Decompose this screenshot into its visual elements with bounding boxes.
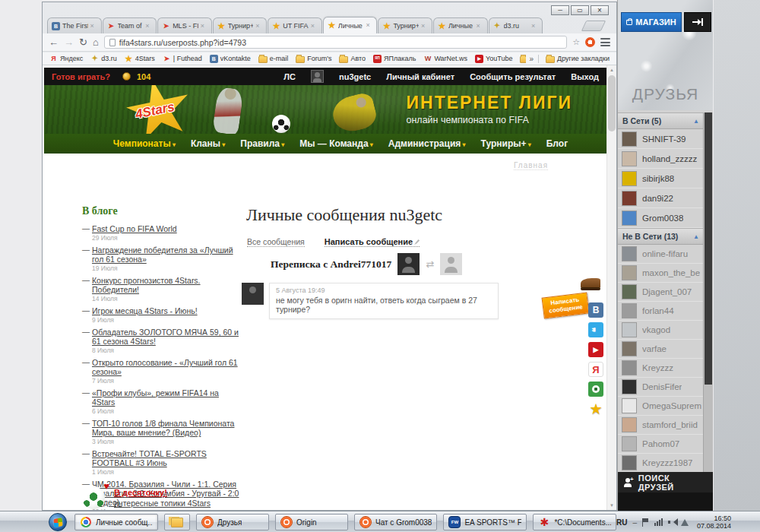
start-button[interactable] [49,513,67,531]
scroll-up-icon[interactable]: ▲ [607,65,616,74]
friend-row[interactable]: holland_zzzzz [618,149,704,169]
bookmark-item[interactable]: Яндекс [47,55,85,63]
logout-link[interactable]: Выход [571,72,599,81]
report-result-link[interactable]: Сообщить результат [470,72,556,81]
browser-tab[interactable]: The First [47,17,102,33]
drive-icon[interactable] [681,519,689,526]
tab-close-icon[interactable] [477,23,483,30]
browser-tab[interactable]: UT FIFA V [268,17,322,33]
friend-row[interactable]: SHNIFT-39 [618,129,704,149]
friend-row[interactable]: Kreyzzz1987 [618,454,704,473]
browser-tab[interactable]: Турнир+ [378,17,432,33]
blog-post-item[interactable]: Награждение победителя за «Лучший гол 61… [82,245,240,272]
scrollbar-thumb[interactable] [608,75,616,131]
bookmark-item[interactable]: ЯПлакаль [371,55,418,63]
blog-post-link[interactable]: Открыто голосование - «Лучший гол 61 сез… [92,358,240,376]
bookmark-item[interactable]: d3.ru [88,55,119,63]
browser-tab[interactable]: MLS - FIF [157,17,212,33]
social-icon[interactable] [588,362,603,377]
blog-post-link[interactable]: Fast Cup по FIFA World [92,224,240,233]
find-friends-button[interactable]: + ПОИСК ДРУЗЕЙ [618,472,713,492]
friend-row[interactable]: OmegaSuprem [618,397,704,416]
friend-row[interactable]: sibirjk88 [618,169,704,188]
friend-row[interactable]: dan9i22 [618,188,704,208]
browser-tab[interactable]: Личные с [433,17,488,33]
social-icon[interactable] [588,322,603,337]
social-icon[interactable] [588,302,603,318]
friend-row[interactable]: vkagod [618,321,704,340]
tab-close-icon[interactable] [366,22,372,29]
friends-scrollbar-thumb[interactable] [705,112,712,385]
new-tab-button[interactable] [581,21,606,31]
blog-post-link[interactable]: Встречайте! TOTAL E-SPORTS FOOTBALL #3 И… [92,449,240,467]
browser-tab[interactable]: Личные с [323,17,378,33]
bookmark-item[interactable]: YouTube [473,55,515,63]
exit-button[interactable] [684,12,711,32]
bookmark-item[interactable]: e-mail [256,55,291,63]
tab-close-icon[interactable] [421,23,428,30]
bookmark-item[interactable]: Строительство [518,55,526,63]
taskbar-button[interactable]: Origin [275,514,348,530]
taskbar-button[interactable]: Личные сообщ... [74,514,158,530]
taskbar-button[interactable]: EA SPORTS™ FI... [443,514,527,530]
social-icon[interactable] [588,401,603,416]
blog-post-link[interactable]: «Профи клубы», режим FIFA14 на 4Stars [92,388,240,407]
bookmark-star-icon[interactable]: ☆ [572,37,580,47]
action-center-flag-icon[interactable] [642,518,649,527]
blog-post-link[interactable]: Награждение победителя за «Лучший гол 61… [92,245,240,264]
browser-tab[interactable]: d3.ru [489,17,543,33]
blog-post-link[interactable]: Игрок месяца 4Stars - Июнь! [92,306,240,315]
tab-close-icon[interactable] [531,23,538,30]
offline-section-header[interactable]: Не В Сети (13) ▲ [618,228,704,245]
friend-row[interactable]: Pahom07 [618,435,704,454]
home-icon[interactable]: ⌂ [93,37,99,47]
back-icon[interactable]: ← [49,37,59,47]
friend-row[interactable]: stamford_briid [618,416,704,435]
tab-close-icon[interactable] [201,23,207,30]
write-message-link[interactable]: Написать сообщение [325,237,420,247]
friend-row[interactable]: maxon_the_be [618,264,704,283]
blog-post-item[interactable]: Встречайте! TOTAL E-SPORTS FOOTBALL #3 И… [82,449,240,476]
site-nav-item[interactable]: Правила [240,138,284,149]
site-nav-item[interactable]: Кланы [191,138,225,149]
reload-icon[interactable]: ↻ [79,37,87,47]
browser-scrollbar[interactable]: ▲ ▼ [606,65,616,510]
browser-tab[interactable]: Турнир+ [213,17,268,33]
volume-icon[interactable] [668,518,676,526]
minimize-icon[interactable] [551,5,569,15]
blog-post-item[interactable]: «Профи клубы», режим FIFA14 на 4Stars 6 … [82,388,240,415]
bookmark-item[interactable]: vKontakte [207,55,253,63]
taskbar-button[interactable]: Друзья [196,514,269,530]
blog-post-item[interactable]: Fast Cup по FIFA World 29 Июля [82,224,240,242]
friends-scrollbar[interactable] [703,112,713,472]
friend-row[interactable]: online-fifaru [618,245,704,264]
write-message-ribbon[interactable]: Написать сообщение [542,292,590,318]
other-bookmarks[interactable]: Другие закладки [543,55,612,63]
site-nav-item[interactable]: Мы — Команда [299,138,373,149]
bookmark-item[interactable]: Авто [337,55,368,63]
user-avatar[interactable] [311,70,324,83]
username-link[interactable]: nu3getc [339,72,371,81]
menu-icon[interactable] [600,38,610,46]
online-section-header[interactable]: В Сети (5) ▲ [618,112,704,129]
scroll-down-icon[interactable]: ▼ [607,501,616,510]
language-indicator[interactable]: RU [616,518,627,527]
all-messages-link[interactable]: Все сообщения [247,237,305,247]
boot-icon[interactable] [581,278,600,288]
friend-row[interactable]: Djagent_007 [618,283,704,302]
blog-post-item[interactable]: ТОП-10 голов 1/8 финала Чемпионата Мира,… [82,419,240,445]
tab-close-icon[interactable] [145,23,152,30]
forward-icon[interactable]: → [64,37,74,47]
ready-to-play-link[interactable]: Готов играть? [52,72,110,81]
taskbar-button[interactable]: Чат с Grom0038 [354,514,437,530]
tab-close-icon[interactable] [90,23,97,30]
friend-row[interactable]: varfae [618,340,704,359]
social-icon[interactable] [588,342,603,357]
blog-post-link[interactable]: ТОП-10 голов 1/8 финала Чемпионата Мира,… [92,419,240,437]
friend-row[interactable]: Grom0038 [618,208,704,228]
cabinet-link[interactable]: Личный кабинет [386,72,454,81]
browser-tab[interactable]: Team of t [103,17,157,33]
blog-post-item[interactable]: Конкурс прогнозистов 4Stars. Победители!… [82,276,240,302]
bookmark-item[interactable]: WarNet.ws [421,55,470,63]
blog-promo[interactable]: В десяточку! интересные топики 4Stars [82,486,257,509]
